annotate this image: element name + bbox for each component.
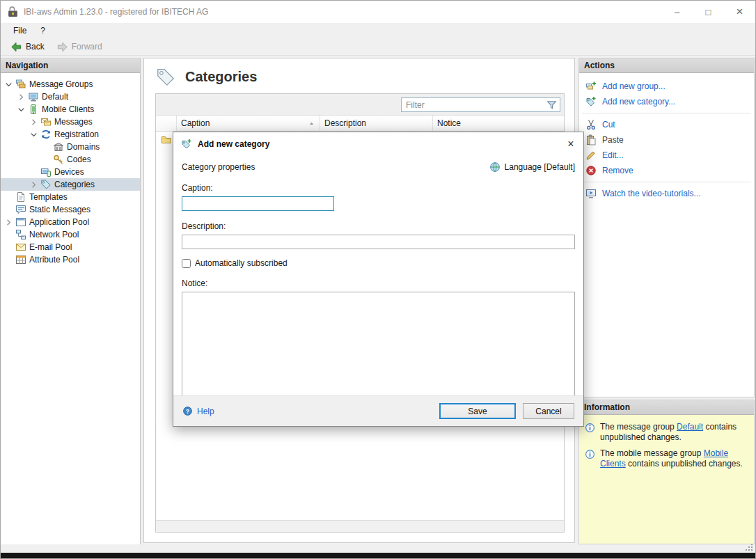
info-item: The mobile message group Mobile Clients … xyxy=(579,443,754,469)
menubar: File ? xyxy=(1,23,755,38)
action-label: Add new category... xyxy=(602,97,675,107)
tree-item-static-messages[interactable]: Static Messages xyxy=(1,203,140,216)
chevron-right-icon[interactable] xyxy=(3,217,14,228)
action-cut[interactable]: Cut xyxy=(579,117,754,132)
maximize-button[interactable]: □ xyxy=(693,1,724,23)
chevron-right-icon[interactable] xyxy=(29,180,39,190)
chevron-down-icon[interactable] xyxy=(16,104,26,115)
tree-item-label: Network Pool xyxy=(29,230,79,239)
tree-item-attribute-pool[interactable]: Attribute Pool xyxy=(1,253,140,266)
tree-item-message-groups[interactable]: Message Groups xyxy=(1,78,140,90)
filter-input[interactable] xyxy=(402,100,546,110)
notice-textarea[interactable] xyxy=(182,292,575,398)
auto-subscribed-checkbox[interactable] xyxy=(182,259,191,268)
dialog-close-button[interactable]: × xyxy=(558,132,583,155)
filter-box xyxy=(401,97,560,112)
window-title: IBI-aws Admin 1.23.0 - registered for IB… xyxy=(24,7,208,17)
app-window: IBI-aws Admin 1.23.0 - registered for IB… xyxy=(0,0,756,559)
help-link[interactable]: ? Help xyxy=(182,406,214,416)
email-pool-icon xyxy=(15,242,26,253)
categories-page-icon xyxy=(155,66,176,87)
action-label: Watch the video-tutorials... xyxy=(602,189,701,198)
tree-item-label: Attribute Pool xyxy=(29,255,79,265)
tree-item-devices[interactable]: Devices xyxy=(1,166,140,178)
horizontal-scrollbar[interactable] xyxy=(156,520,564,532)
action-add-new-group[interactable]: Add new group... xyxy=(579,79,754,94)
action-label: Edit... xyxy=(602,150,624,160)
action-label: Remove xyxy=(602,166,633,175)
funnel-icon[interactable] xyxy=(546,99,558,111)
attribute-pool-icon xyxy=(15,254,26,265)
actions-body: Add new group...Add new category...CutPa… xyxy=(579,73,754,201)
help-label: Help xyxy=(197,407,214,416)
minimize-button[interactable]: – xyxy=(661,1,693,23)
page-title: Categories xyxy=(185,69,257,85)
computer-icon xyxy=(28,91,39,102)
add-category-icon xyxy=(181,139,192,150)
column-description-label: Description xyxy=(324,118,366,128)
tree-item-network-pool[interactable]: Network Pool xyxy=(1,228,140,241)
save-button[interactable]: Save xyxy=(439,403,516,419)
description-input[interactable] xyxy=(182,235,575,249)
tree-item-label: Application Pool xyxy=(29,217,89,227)
info-item: The message group Default contains unpub… xyxy=(579,416,754,443)
tree-item-templates[interactable]: Templates xyxy=(1,191,140,203)
chevron-spacer xyxy=(3,255,14,265)
forward-button[interactable]: Forward xyxy=(52,40,107,54)
tree-item-default[interactable]: Default xyxy=(1,90,140,103)
info-icon xyxy=(585,449,595,459)
remove-icon xyxy=(585,165,597,176)
menu-file[interactable]: File xyxy=(6,23,33,38)
tree-item-mobile-clients[interactable]: Mobile Clients xyxy=(1,103,140,116)
sort-asc-icon xyxy=(308,120,315,127)
caption-input[interactable] xyxy=(182,196,334,211)
tree-item-codes[interactable]: Codes xyxy=(1,153,140,166)
language-selector[interactable]: Language [Default] xyxy=(489,162,575,173)
cut-icon xyxy=(585,119,597,130)
help-icon: ? xyxy=(182,406,193,416)
action-watch-the-video-tutorials[interactable]: Watch the video-tutorials... xyxy=(579,186,754,201)
action-edit[interactable]: Edit... xyxy=(579,148,754,163)
column-description[interactable]: Description xyxy=(320,116,433,131)
separator xyxy=(582,113,751,113)
tree-item-categories[interactable]: Categories xyxy=(1,178,140,191)
close-button[interactable]: × xyxy=(724,1,755,23)
chevron-right-icon[interactable] xyxy=(29,117,39,127)
resize-grip[interactable] xyxy=(745,543,753,551)
action-remove[interactable]: Remove xyxy=(579,163,754,178)
forward-icon xyxy=(56,41,68,53)
video-icon xyxy=(585,188,597,199)
tree-item-domains[interactable]: Domains xyxy=(1,141,140,153)
column-row-icon[interactable] xyxy=(156,116,177,131)
domains-icon xyxy=(53,141,64,152)
navigation-panel: Navigation Message GroupsDefaultMobile C… xyxy=(1,58,141,544)
cancel-button[interactable]: Cancel xyxy=(523,403,574,419)
tree-item-messages[interactable]: Messages xyxy=(1,116,140,128)
back-button[interactable]: Back xyxy=(6,40,49,54)
column-notice[interactable]: Notice xyxy=(433,116,564,131)
tree-item-label: Domains xyxy=(67,142,100,152)
tree-item-registration[interactable]: Registration xyxy=(1,128,140,141)
navigation-tree: Message GroupsDefaultMobile ClientsMessa… xyxy=(1,73,140,266)
info-link[interactable]: Default xyxy=(677,422,703,432)
chevron-spacer xyxy=(3,230,14,240)
information-body: The message group Default contains unpub… xyxy=(579,415,754,471)
tree-item-e-mail-pool[interactable]: E-mail Pool xyxy=(1,241,140,253)
column-caption[interactable]: Caption xyxy=(177,116,320,131)
menu-help[interactable]: ? xyxy=(33,23,52,38)
edit-icon xyxy=(585,150,597,161)
tree-item-application-pool[interactable]: Application Pool xyxy=(1,216,140,228)
dialog-footer: ? Help Save Cancel xyxy=(173,395,583,426)
action-paste[interactable]: Paste xyxy=(579,132,754,148)
caption-label: Caption: xyxy=(182,183,575,193)
description-label: Description: xyxy=(182,221,575,231)
application-pool-icon xyxy=(15,216,26,228)
tree-item-label: Devices xyxy=(54,167,84,177)
chevron-down-icon[interactable] xyxy=(3,79,14,90)
action-add-new-category[interactable]: Add new category... xyxy=(579,94,754,109)
chevron-right-icon[interactable] xyxy=(16,92,26,102)
information-header: Information xyxy=(579,400,754,415)
navigation-header: Navigation xyxy=(1,58,140,73)
network-pool-icon xyxy=(15,229,26,240)
chevron-down-icon[interactable] xyxy=(29,129,39,140)
